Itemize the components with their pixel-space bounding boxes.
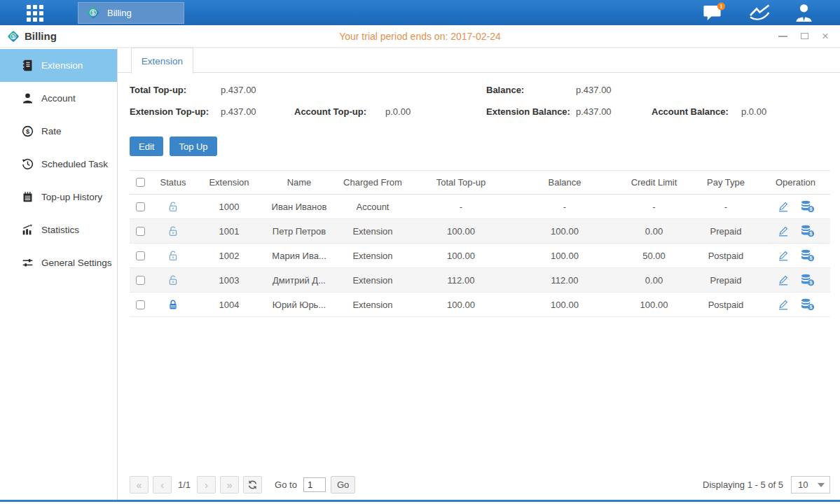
lock-closed-icon bbox=[167, 298, 179, 311]
sidebar-item-topup-history[interactable]: Top-up History bbox=[0, 181, 117, 214]
cell-name: Дмитрий Д... bbox=[263, 268, 336, 293]
sidebar-item-account[interactable]: Account bbox=[0, 82, 117, 115]
minimize-button[interactable] bbox=[778, 31, 787, 42]
column-total-top-up: Total Top-up bbox=[410, 171, 512, 195]
column-credit-limit: Credit Limit bbox=[617, 171, 691, 195]
cell-extension: 1001 bbox=[195, 219, 263, 244]
topup-coins-icon[interactable]: $ bbox=[800, 274, 815, 286]
page-size-value: 10 bbox=[798, 479, 808, 490]
cell-credit-limit: 0.00 bbox=[617, 219, 691, 244]
user-account-icon[interactable] bbox=[793, 3, 815, 23]
svg-text:$: $ bbox=[809, 206, 812, 212]
edit-icon[interactable] bbox=[777, 274, 790, 286]
row-checkbox[interactable] bbox=[136, 276, 145, 285]
sidebar-item-general-settings[interactable]: General Settings bbox=[0, 246, 117, 279]
window-title-group: $ Billing bbox=[6, 29, 57, 43]
page-size-select[interactable]: 10 bbox=[791, 476, 830, 493]
total-topup-value: p.437.00 bbox=[221, 85, 256, 95]
cell-name: Мария Ива... bbox=[263, 244, 336, 268]
refresh-button[interactable] bbox=[243, 476, 262, 493]
sidebar-item-label: Statistics bbox=[41, 225, 79, 235]
svg-text:$: $ bbox=[26, 128, 30, 135]
cell-name: Петр Петров bbox=[263, 219, 336, 244]
tab-extension[interactable]: Extension bbox=[131, 48, 193, 74]
account-topup-label: Account Top-up: bbox=[294, 106, 366, 117]
edit-button[interactable]: Edit bbox=[130, 136, 163, 156]
account-topup-value: p.0.00 bbox=[385, 106, 411, 117]
sidebar-item-extension[interactable]: Extension bbox=[0, 49, 117, 82]
svg-text:$: $ bbox=[809, 231, 812, 237]
last-page-button[interactable]: » bbox=[220, 476, 239, 493]
sidebar-item-label: Scheduled Task bbox=[41, 159, 108, 169]
cell-charged-from: Extension bbox=[336, 293, 410, 317]
row-checkbox[interactable] bbox=[136, 300, 145, 309]
cell-charged-from: Extension bbox=[336, 268, 410, 293]
lock-open-icon bbox=[167, 200, 179, 213]
app-grid-icon[interactable] bbox=[22, 0, 48, 26]
scheduled-task-icon bbox=[22, 158, 34, 170]
column-extension: Extension bbox=[195, 171, 263, 195]
cell-name: Иван Иванов bbox=[263, 195, 336, 219]
cell-charged-from: Extension bbox=[336, 219, 410, 244]
first-page-button[interactable]: « bbox=[130, 476, 149, 493]
extension-table: StatusExtensionNameCharged FromTotal Top… bbox=[130, 170, 830, 317]
column-charged-from: Charged From bbox=[336, 171, 410, 195]
sidebar-item-rate[interactable]: $Rate bbox=[0, 115, 117, 148]
sidebar: ExtensionAccount$RateScheduled TaskTop-u… bbox=[0, 48, 118, 500]
cell-total-topup: 100.00 bbox=[410, 293, 512, 317]
cell-pay-type: Prepaid bbox=[691, 219, 761, 244]
pagination-bar: « ‹ 1/1 › » Go to Go Displaying 1 - 5 of… bbox=[130, 476, 830, 493]
cell-total-topup: 100.00 bbox=[410, 219, 512, 244]
edit-icon[interactable] bbox=[777, 225, 790, 237]
cell-pay-type: - bbox=[691, 195, 761, 219]
sidebar-item-label: Rate bbox=[41, 126, 62, 136]
edit-icon[interactable] bbox=[777, 299, 790, 311]
close-button[interactable]: × bbox=[822, 31, 829, 42]
table-row: 1004Юрий Юрь...Extension100.00100.00100.… bbox=[130, 293, 830, 317]
window-title: Billing bbox=[25, 30, 57, 42]
topbar-tab-billing[interactable]: $ Billing bbox=[78, 2, 184, 24]
notifications-chat-icon[interactable]: ! bbox=[702, 2, 727, 23]
row-checkbox[interactable] bbox=[136, 202, 145, 211]
column-status: Status bbox=[151, 171, 195, 195]
cell-extension: 1002 bbox=[195, 244, 263, 268]
cell-balance: 100.00 bbox=[512, 219, 617, 244]
summary-panel: Total Top-up: p.437.00 Balance: p.437.00… bbox=[130, 81, 830, 126]
column-checkbox bbox=[130, 171, 151, 195]
topup-button[interactable]: Top Up bbox=[170, 136, 216, 156]
prev-page-button[interactable]: ‹ bbox=[153, 476, 172, 493]
row-checkbox[interactable] bbox=[136, 227, 145, 236]
extension-balance-value: p.437.00 bbox=[576, 106, 612, 117]
next-page-button[interactable]: › bbox=[197, 476, 216, 493]
sidebar-item-scheduled-task[interactable]: Scheduled Task bbox=[0, 148, 117, 181]
edit-icon[interactable] bbox=[777, 201, 790, 213]
cell-balance: 112.00 bbox=[512, 268, 617, 293]
svg-text:$: $ bbox=[92, 10, 95, 16]
general-settings-icon bbox=[22, 257, 34, 269]
cell-operation: $ bbox=[761, 195, 830, 219]
edit-icon[interactable] bbox=[777, 250, 790, 262]
total-topup-label: Total Top-up: bbox=[130, 85, 186, 95]
topup-coins-icon[interactable]: $ bbox=[800, 200, 815, 213]
column-pay-type: Pay Type bbox=[691, 171, 761, 195]
table-row: 1001Петр ПетровExtension100.00100.000.00… bbox=[130, 219, 830, 244]
topup-coins-icon[interactable]: $ bbox=[800, 225, 815, 237]
refresh-icon bbox=[247, 479, 258, 490]
balance-value: p.437.00 bbox=[576, 85, 612, 95]
cell-balance: - bbox=[512, 195, 617, 219]
cell-charged-from: Account bbox=[336, 195, 410, 219]
row-checkbox[interactable] bbox=[136, 251, 145, 260]
column-name: Name bbox=[263, 171, 336, 195]
select-all-checkbox[interactable] bbox=[136, 178, 145, 187]
svg-text:!: ! bbox=[720, 3, 722, 10]
sidebar-item-statistics[interactable]: Statistics bbox=[0, 214, 117, 246]
maximize-button[interactable] bbox=[801, 31, 808, 42]
cell-extension: 1000 bbox=[195, 195, 263, 219]
goto-label: Go to bbox=[275, 479, 297, 490]
go-button[interactable]: Go bbox=[331, 476, 355, 493]
topup-coins-icon[interactable]: $ bbox=[800, 249, 815, 262]
topup-coins-icon[interactable]: $ bbox=[800, 298, 815, 311]
goto-page-input[interactable] bbox=[303, 477, 326, 492]
cell-pay-type: Postpaid bbox=[691, 244, 761, 268]
statistics-chart-icon[interactable] bbox=[748, 4, 772, 22]
